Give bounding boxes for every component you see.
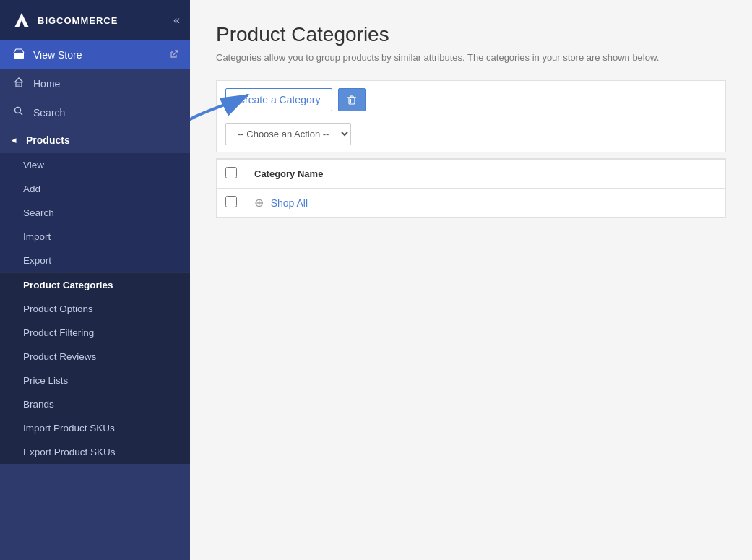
- category-table: Category Name ⊕ Shop All: [217, 159, 725, 217]
- delete-button[interactable]: [338, 88, 366, 111]
- products-section-header[interactable]: ◂ Products: [0, 127, 190, 153]
- category-table-wrapper: Category Name ⊕ Shop All: [216, 158, 726, 218]
- sidebar-item-export-product-skus[interactable]: Export Product SKUs: [0, 440, 190, 464]
- svg-rect-3: [17, 84, 20, 87]
- action-dropdown[interactable]: -- Choose an Action --: [225, 123, 351, 145]
- svg-line-5: [20, 113, 22, 115]
- sidebar-item-add[interactable]: Add: [0, 177, 190, 201]
- logo-text: BIGCOMMERCE: [38, 15, 118, 26]
- svg-rect-6: [349, 98, 355, 104]
- view-store-label: View Store: [33, 49, 82, 61]
- plus-icon: ⊕: [254, 197, 264, 209]
- logo-area: BIGCOMMERCE: [10, 9, 118, 32]
- sidebar-item-search[interactable]: Search: [0, 98, 190, 127]
- sidebar: BIGCOMMERCE « View Store Home Search ◂ P…: [0, 0, 190, 560]
- main-content-area: Product Categories Categories allow you …: [190, 0, 752, 560]
- toolbar: Create a Category: [216, 80, 726, 152]
- sidebar-item-view[interactable]: View: [0, 153, 190, 177]
- product-categories-sub: Product Categories Product Options Produ…: [0, 272, 190, 464]
- sidebar-item-price-lists[interactable]: Price Lists: [0, 369, 190, 392]
- table-header-category-name: Category Name: [246, 160, 725, 189]
- table-header-checkbox-col: [217, 160, 246, 189]
- section-collapse-icon: ◂: [12, 135, 16, 145]
- sidebar-item-product-filtering[interactable]: Product Filtering: [0, 321, 190, 345]
- sidebar-item-product-reviews[interactable]: Product Reviews: [0, 345, 190, 369]
- page-title: Product Categories: [216, 23, 726, 46]
- collapse-sidebar-button[interactable]: «: [173, 14, 180, 27]
- sidebar-item-import-product-skus[interactable]: Import Product SKUs: [0, 416, 190, 440]
- row-name-cell: ⊕ Shop All: [246, 189, 725, 217]
- products-section-label: Products: [26, 134, 70, 146]
- sidebar-item-product-options[interactable]: Product Options: [0, 297, 190, 321]
- store-icon: [12, 48, 26, 62]
- external-link-icon: [170, 50, 178, 61]
- action-dropdown-row: -- Choose an Action --: [225, 123, 717, 145]
- action-bar: Create a Category: [225, 88, 717, 111]
- shop-all-link[interactable]: Shop All: [271, 197, 308, 209]
- svg-marker-0: [14, 13, 29, 27]
- sidebar-item-view-store[interactable]: View Store: [0, 40, 190, 69]
- page-description: Categories allow you to group products b…: [216, 52, 726, 63]
- sidebar-item-home[interactable]: Home: [0, 69, 190, 98]
- row-checkbox[interactable]: [225, 196, 237, 207]
- products-sub-items: View Add Search Import Export: [0, 153, 190, 272]
- sidebar-item-brands[interactable]: Brands: [0, 392, 190, 416]
- trash-icon: [346, 94, 358, 105]
- home-icon: [12, 77, 26, 91]
- search-icon: [12, 105, 26, 120]
- home-label: Home: [33, 78, 60, 90]
- create-category-button[interactable]: Create a Category: [225, 88, 332, 111]
- select-all-checkbox[interactable]: [225, 167, 237, 178]
- row-checkbox-cell: [217, 189, 246, 217]
- sidebar-header: BIGCOMMERCE «: [0, 0, 190, 40]
- table-header-row: Category Name: [217, 160, 725, 189]
- sidebar-item-search[interactable]: Search: [0, 201, 190, 225]
- search-label: Search: [33, 107, 65, 119]
- sidebar-item-import[interactable]: Import: [0, 225, 190, 249]
- bigcommerce-logo-icon: [10, 9, 33, 32]
- svg-rect-1: [14, 53, 24, 59]
- sidebar-item-product-categories[interactable]: Product Categories: [0, 273, 190, 297]
- svg-point-4: [15, 108, 21, 113]
- table-row: ⊕ Shop All: [217, 189, 725, 217]
- sidebar-item-export[interactable]: Export: [0, 249, 190, 272]
